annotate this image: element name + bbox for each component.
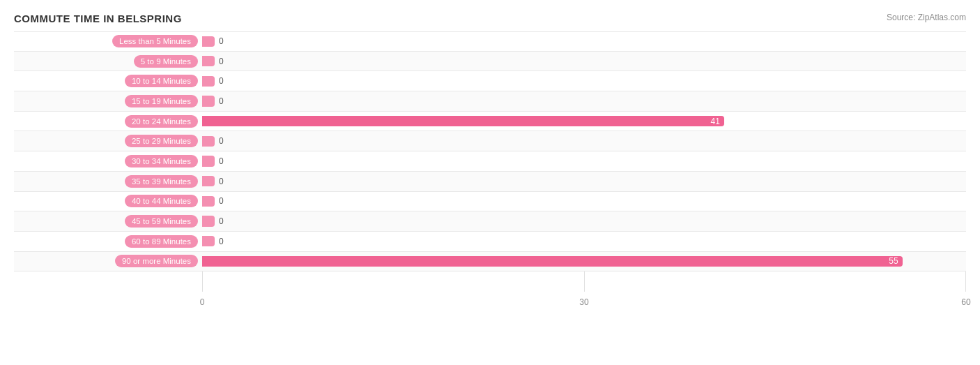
bar-row: 90 or more Minutes55 <box>14 252 966 272</box>
row-label-pill: 90 or more Minutes <box>115 255 198 267</box>
label-area: 40 to 44 Minutes <box>14 195 202 207</box>
bar-value: 0 <box>219 76 224 86</box>
bar-zero <box>202 236 215 246</box>
bar-area: 0 <box>202 151 966 171</box>
chart-container: COMMUTE TIME IN BELSPRING Source: ZipAtl… <box>0 0 980 365</box>
bar-row: 5 to 9 Minutes0 <box>14 52 966 72</box>
bar-value: 0 <box>219 57 224 66</box>
bar-area: 0 <box>202 52 966 71</box>
row-label-pill: 30 to 34 Minutes <box>125 155 198 167</box>
bar-area: 0 <box>202 71 966 91</box>
row-label-pill: 45 to 59 Minutes <box>125 215 198 228</box>
bar-row: 60 to 89 Minutes0 <box>14 232 966 252</box>
bar-zero <box>202 96 215 106</box>
bar-value: 0 <box>219 96 224 106</box>
x-axis: 03060 <box>202 292 966 307</box>
label-area: 15 to 19 Minutes <box>14 95 202 107</box>
bar-row: 35 to 39 Minutes0 <box>14 172 966 192</box>
row-label-pill: 60 to 89 Minutes <box>125 235 198 248</box>
row-label-pill: 5 to 9 Minutes <box>134 55 198 68</box>
bar-row: 40 to 44 Minutes0 <box>14 192 966 212</box>
label-area: 45 to 59 Minutes <box>14 215 202 228</box>
bar-row: 15 to 19 Minutes0 <box>14 91 966 112</box>
bar-value: 0 <box>219 216 224 226</box>
chart-title: COMMUTE TIME IN BELSPRING <box>14 13 182 24</box>
row-label-pill: Less than 5 Minutes <box>112 35 198 47</box>
bar-row: 20 to 24 Minutes41 <box>14 112 966 132</box>
label-area: 25 to 29 Minutes <box>14 135 202 147</box>
label-area: 5 to 9 Minutes <box>14 55 202 68</box>
label-area: 10 to 14 Minutes <box>14 75 202 87</box>
chart-area: Less than 5 Minutes05 to 9 Minutes010 to… <box>14 31 966 307</box>
bar-zero <box>202 136 215 147</box>
bar-zero <box>202 76 215 87</box>
label-area: 35 to 39 Minutes <box>14 175 202 188</box>
bar-value: 0 <box>219 136 224 146</box>
bar-value: 0 <box>219 237 224 246</box>
label-area: 90 or more Minutes <box>14 255 202 267</box>
label-area: 30 to 34 Minutes <box>14 155 202 167</box>
bar-row: 25 to 29 Minutes0 <box>14 131 966 151</box>
bar-row: Less than 5 Minutes0 <box>14 31 966 52</box>
bar-zero <box>202 156 215 166</box>
bar-value-label: 41 <box>711 117 720 126</box>
rows-container: Less than 5 Minutes05 to 9 Minutes010 to… <box>14 31 966 292</box>
bar-area: 0 <box>202 211 966 231</box>
bar-value: 0 <box>219 196 224 206</box>
chart-header: COMMUTE TIME IN BELSPRING Source: ZipAtl… <box>14 13 966 24</box>
bar-area: 0 <box>202 131 966 151</box>
bar-zero <box>202 36 215 47</box>
bar-zero <box>202 56 215 66</box>
label-area: 20 to 24 Minutes <box>14 115 202 128</box>
bar-area: 0 <box>202 32 966 51</box>
bar-area: 0 <box>202 91 966 111</box>
x-tick: 30 <box>579 297 588 307</box>
chart-source: Source: ZipAtlas.com <box>887 13 966 22</box>
bar-filled: 55 <box>202 256 903 267</box>
bar-zero <box>202 176 215 186</box>
label-area: Less than 5 Minutes <box>14 35 202 47</box>
bar-zero <box>202 216 215 226</box>
bar-row: 10 to 14 Minutes0 <box>14 71 966 91</box>
bar-value-label: 55 <box>889 256 898 266</box>
bar-area: 41 <box>202 112 966 131</box>
x-tick: 60 <box>961 297 970 307</box>
row-label-pill: 35 to 39 Minutes <box>125 175 198 188</box>
bar-area: 0 <box>202 232 966 251</box>
row-label-pill: 10 to 14 Minutes <box>125 75 198 87</box>
bar-zero <box>202 196 215 207</box>
bar-area: 55 <box>202 252 966 271</box>
bar-row: 30 to 34 Minutes0 <box>14 151 966 172</box>
bar-value: 0 <box>219 177 224 186</box>
row-label-pill: 25 to 29 Minutes <box>125 135 198 147</box>
x-tick: 0 <box>200 297 205 307</box>
bar-area: 0 <box>202 172 966 191</box>
bar-row: 45 to 59 Minutes0 <box>14 211 966 232</box>
bar-filled: 41 <box>202 116 724 126</box>
row-label-pill: 15 to 19 Minutes <box>125 95 198 107</box>
bar-value: 0 <box>219 156 224 166</box>
row-label-pill: 20 to 24 Minutes <box>125 115 198 128</box>
bar-value: 0 <box>219 36 224 46</box>
label-area: 60 to 89 Minutes <box>14 235 202 248</box>
row-label-pill: 40 to 44 Minutes <box>125 195 198 207</box>
bar-area: 0 <box>202 192 966 211</box>
